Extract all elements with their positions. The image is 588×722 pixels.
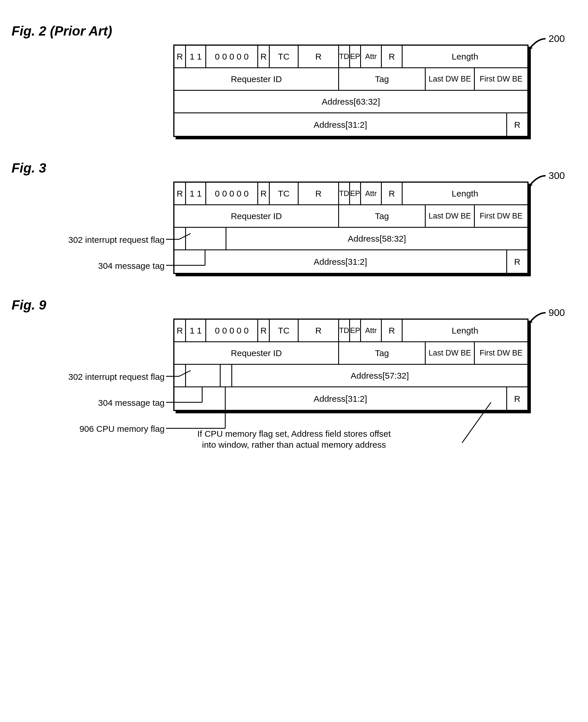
field-first-dw-be: First DW BE (475, 205, 527, 227)
field-type: 0 0 0 0 0 (206, 46, 258, 67)
field-length: Length (403, 320, 527, 341)
header-row-2: Requester ID Tag Last DW BE First DW BE (174, 68, 527, 91)
fig9-refnum-text: 900 (548, 307, 565, 318)
header-row-1: R 1 1 0 0 0 0 0 R TC R TD EP Attr R Leng… (174, 46, 527, 68)
addr-hi-row: Address[58:32] (174, 228, 527, 250)
addr-lo-row: Address[31:2] R (174, 250, 527, 273)
field-fmt: 1 1 (186, 183, 206, 204)
field-r: R (382, 320, 403, 341)
field-r: R (299, 320, 339, 341)
field-last-dw-be: Last DW BE (426, 342, 475, 364)
fig2-refnum-text: 200 (548, 33, 565, 44)
field-ep: EP (350, 46, 361, 67)
addr-hi-row: Address[57:32] (174, 365, 527, 387)
fig9-packet: R 1 1 0 0 0 0 0 R TC R TD EP Attr R Leng… (173, 319, 528, 411)
field-r: R (258, 46, 270, 67)
field-address-31-2: Address[31:2] (174, 387, 507, 410)
field-last-dw-be: Last DW BE (426, 68, 475, 90)
field-fmt: 1 1 (186, 46, 206, 67)
field-r: R (382, 46, 403, 67)
callout-302: 302 interrupt request flag (68, 235, 165, 245)
field-r: R (507, 113, 527, 136)
field-r: R (299, 183, 339, 204)
field-r: R (258, 183, 270, 204)
fig2-refnum: 200 (548, 33, 565, 44)
header-row-2: Requester ID Tag Last DW BE First DW BE (174, 342, 527, 365)
header-row-1: R 1 1 0 0 0 0 0 R TC R TD EP Attr R Leng… (174, 183, 527, 205)
field-ep: EP (350, 320, 361, 341)
field-tag: Tag (339, 205, 426, 227)
field-attr: Attr (361, 46, 382, 67)
fig3-refnum-text: 300 (548, 170, 565, 181)
field-td: TD (339, 183, 350, 204)
field-address-57-32: Address[57:32] (232, 365, 527, 386)
field-first-dw-be: First DW BE (475, 68, 527, 90)
field-ep: EP (350, 183, 361, 204)
field-requester-id: Requester ID (174, 342, 339, 364)
field-tc: TC (270, 46, 299, 67)
addr-hi-row: Address[63:32] (174, 91, 527, 113)
field-first-dw-be: First DW BE (475, 342, 527, 364)
field-type: 0 0 0 0 0 (206, 183, 258, 204)
field-fmt: 1 1 (186, 320, 206, 341)
field-address-58-32: Address[58:32] (226, 228, 527, 249)
field-td: TD (339, 46, 350, 67)
addr-lo-row: Address[31:2] R (174, 113, 527, 136)
fig9-title: Fig. 9 (12, 297, 576, 313)
field-r: R (299, 46, 339, 67)
field-r: R (174, 183, 186, 204)
fig3-block: 300 R 1 1 0 0 0 0 0 R TC R TD EP Attr R … (12, 181, 576, 274)
fig2-block: 200 R 1 1 0 0 0 0 0 R TC R TD EP Attr R … (12, 44, 576, 137)
field-attr: Attr (361, 320, 382, 341)
fig2-packet: R 1 1 0 0 0 0 0 R TC R TD EP Attr R Leng… (173, 44, 528, 137)
field-last-dw-be: Last DW BE (426, 205, 475, 227)
field-tc: TC (270, 183, 299, 204)
header-row-2: Requester ID Tag Last DW BE First DW BE (174, 205, 527, 228)
header-row-1: R 1 1 0 0 0 0 0 R TC R TD EP Attr R Leng… (174, 320, 527, 342)
field-length: Length (403, 183, 527, 204)
field-302-interrupt-request-flag (174, 365, 186, 386)
field-address-31-2: Address[31:2] (174, 250, 507, 273)
footnote-line-1: If CPU memory flag set, Address field st… (197, 429, 391, 439)
field-r: R (507, 250, 527, 273)
field-304-message-tag (186, 228, 226, 249)
fig3-packet: R 1 1 0 0 0 0 0 R TC R TD EP Attr R Leng… (173, 181, 528, 274)
field-requester-id: Requester ID (174, 68, 339, 90)
fig3-title: Fig. 3 (12, 160, 576, 176)
field-address-63-32: Address[63:32] (174, 91, 527, 113)
field-302-interrupt-request-flag (174, 228, 186, 249)
field-r: R (174, 320, 186, 341)
footnote-line-2: into window, rather than actual memory a… (202, 440, 386, 449)
field-tag: Tag (339, 342, 426, 364)
fig9-block: 900 R 1 1 0 0 0 0 0 R TC R TD EP Attr R … (12, 319, 576, 450)
field-tc: TC (270, 320, 299, 341)
field-r: R (507, 387, 527, 410)
field-td: TD (339, 320, 350, 341)
field-requester-id: Requester ID (174, 205, 339, 227)
field-type: 0 0 0 0 0 (206, 320, 258, 341)
field-r: R (174, 46, 186, 67)
addr-lo-row: Address[31:2] R (174, 387, 527, 410)
field-address-31-2: Address[31:2] (174, 113, 507, 136)
fig3-refnum: 300 (548, 170, 565, 181)
fig9-refnum: 900 (548, 307, 565, 318)
callout-304: 304 message tag (98, 398, 165, 408)
field-tag: Tag (339, 68, 426, 90)
field-length: Length (403, 46, 527, 67)
callout-906: 906 CPU memory flag (79, 424, 165, 434)
field-304-message-tag (186, 365, 220, 386)
field-attr: Attr (361, 183, 382, 204)
callout-304: 304 message tag (98, 261, 165, 271)
field-r: R (382, 183, 403, 204)
field-906-cpu-memory-flag (220, 365, 232, 386)
callout-302: 302 interrupt request flag (68, 372, 165, 382)
field-r: R (258, 320, 270, 341)
fig2-title: Fig. 2 (Prior Art) (12, 23, 576, 39)
